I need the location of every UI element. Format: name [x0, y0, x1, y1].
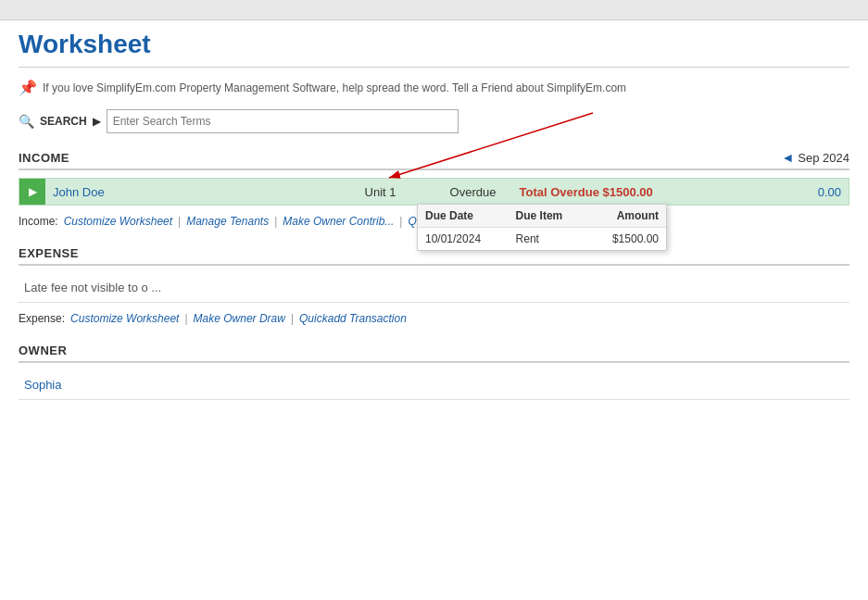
page-title: Worksheet — [19, 30, 849, 59]
month-nav: ◄ Sep 2024 — [781, 150, 849, 165]
search-label: SEARCH — [40, 115, 87, 128]
expense-links: Expense: Customize Worksheet | Make Owne… — [19, 312, 849, 325]
expense-links-prefix: Expense: — [19, 312, 65, 325]
col-due-item: Due Item — [509, 205, 588, 228]
overdue-popup: Due Date Due Item Amount 10/01/2024 Rent… — [417, 204, 667, 251]
search-expand-icon: ▶ — [93, 115, 101, 128]
col-due-date: Due Date — [418, 205, 509, 228]
promo-text: If you love SimplifyEm.com Property Mana… — [43, 81, 626, 94]
promo-bar: 📌 If you love SimplifyEm.com Property Ma… — [19, 79, 849, 96]
owner-section-header: OWNER — [19, 344, 849, 363]
title-divider — [19, 67, 849, 68]
current-month: Sep 2024 — [798, 151, 849, 165]
income-title: INCOME — [19, 151, 69, 165]
tenant-name-link[interactable]: John Doe — [45, 180, 325, 205]
search-input[interactable] — [107, 109, 459, 133]
unit-column: Unit 1 — [325, 180, 436, 205]
make-owner-contrib-link[interactable]: Make Owner Contrib... — [283, 215, 394, 228]
popup-due-date: 10/01/2024 — [418, 228, 509, 251]
page-container: Worksheet 📌 If you love SimplifyEm.com P… — [0, 0, 868, 600]
owner-section: OWNER Sophia — [19, 344, 849, 400]
customize-worksheet-link-expense[interactable]: Customize Worksheet — [70, 312, 179, 325]
income-row: ▶ John Doe Unit 1 Overdue Total Overdue … — [19, 178, 849, 206]
expense-title: EXPENSE — [19, 246, 79, 260]
overdue-table: Due Date Due Item Amount 10/01/2024 Rent… — [418, 205, 666, 250]
manage-tenants-link[interactable]: Manage Tenants — [186, 215, 269, 228]
amount-value[interactable]: 0.00 — [793, 180, 849, 205]
top-bar — [0, 0, 868, 20]
overdue-label: Overdue — [436, 180, 510, 205]
prev-month-arrow[interactable]: ◄ — [781, 150, 794, 165]
income-section-header: INCOME ◄ Sep 2024 — [19, 150, 849, 170]
owner-title: OWNER — [19, 344, 67, 357]
content: Worksheet 📌 If you love SimplifyEm.com P… — [0, 20, 868, 437]
popup-amount: $1500.00 — [587, 228, 666, 251]
expand-button[interactable]: ▶ — [19, 179, 45, 205]
quickadd-transaction-link-expense[interactable]: Quickadd Transaction — [299, 312, 407, 325]
make-owner-draw-link[interactable]: Make Owner Draw — [194, 312, 285, 325]
search-icon: 🔍 — [19, 114, 34, 129]
income-row-wrapper: ▶ John Doe Unit 1 Overdue Total Overdue … — [19, 178, 849, 206]
search-bar: 🔍 SEARCH ▶ — [19, 109, 849, 133]
expense-section: EXPENSE Late fee not visible to o ... Ex… — [19, 246, 849, 325]
owner-row: Sophia — [19, 370, 849, 400]
income-section: INCOME ◄ Sep 2024 ▶ John Doe Unit 1 Over… — [19, 150, 849, 228]
customize-worksheet-link-income[interactable]: Customize Worksheet — [64, 215, 172, 228]
popup-row: 10/01/2024 Rent $1500.00 — [418, 228, 666, 251]
total-overdue: Total Overdue $1500.00 — [510, 180, 794, 205]
promo-icon: 📌 — [19, 79, 37, 96]
popup-due-item: Rent — [509, 228, 588, 251]
col-amount: Amount — [587, 205, 666, 228]
income-links-prefix: Income: — [19, 215, 58, 228]
expense-row: Late fee not visible to o ... — [19, 273, 849, 303]
